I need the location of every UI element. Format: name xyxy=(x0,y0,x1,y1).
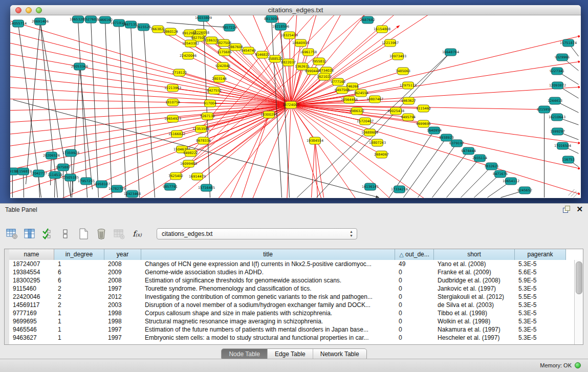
cell-short[interactable]: Nakamura et al. (1997) xyxy=(434,325,515,334)
graph-node-16914479[interactable]: 16914479 xyxy=(189,173,206,180)
graph-node-8454749[interactable]: 8454749 xyxy=(241,47,256,54)
graph-node-1114519[interactable]: 1114519 xyxy=(48,171,62,179)
cell-in_degree[interactable]: 6 xyxy=(54,268,104,276)
edge-black[interactable] xyxy=(167,23,230,28)
graph-node-9857791[interactable]: 9857791 xyxy=(163,183,178,190)
select-all-checks-icon[interactable] xyxy=(41,227,54,240)
edge-red[interactable] xyxy=(10,99,291,105)
cell-short[interactable]: Tibbo et al. (1998) xyxy=(434,309,515,317)
cell-out_degree[interactable]: 0 xyxy=(395,309,434,317)
cell-out_degree[interactable]: 0 xyxy=(395,276,434,285)
graph-node-2803144[interactable]: 2803144 xyxy=(212,75,227,82)
cell-out_degree[interactable]: 0 xyxy=(395,293,434,301)
cell-pagerank[interactable]: 5.3E-5 xyxy=(515,301,566,309)
graph-node-2935114[interactable]: 2935114 xyxy=(472,155,487,162)
cell-short[interactable]: Wolkin et al. (1998) xyxy=(434,317,515,325)
tab-network-table[interactable]: Network Table xyxy=(313,349,366,360)
graph-node-9329966[interactable]: 9329966 xyxy=(555,54,570,61)
edge-black[interactable] xyxy=(447,158,480,198)
edge-black[interactable] xyxy=(461,166,492,198)
graph-node-9227341[interactable]: 9227341 xyxy=(550,68,564,75)
cell-pagerank[interactable]: 5.5E-5 xyxy=(515,293,566,301)
cell-out_degree[interactable]: 0 xyxy=(395,317,434,325)
graph-node-9495794[interactable]: 9495794 xyxy=(401,114,416,121)
edge-red[interactable] xyxy=(291,105,359,198)
cell-in_degree[interactable]: 6 xyxy=(54,276,104,285)
graph-node-2687682[interactable]: 2687682 xyxy=(360,16,375,24)
cell-title[interactable]: Embryonic stem cells: a model to study s… xyxy=(141,334,395,342)
graph-node-20691406[interactable]: 20691406 xyxy=(32,18,49,25)
cell-title[interactable]: Structural magnetic resonance image aver… xyxy=(141,317,395,325)
edge-black[interactable] xyxy=(78,19,88,198)
close-panel-icon[interactable]: ✕ xyxy=(576,206,583,213)
show-columns-icon[interactable] xyxy=(23,227,36,240)
graph-node-3624554[interactable]: 3624554 xyxy=(354,90,368,97)
edge-red[interactable] xyxy=(291,105,580,169)
graph-node-1621022[interactable]: 1621022 xyxy=(317,73,332,80)
graph-node-8427552[interactable]: 8427552 xyxy=(207,87,222,94)
graph-node-5498222[interactable]: 5498222 xyxy=(183,149,198,157)
edge-black[interactable] xyxy=(63,167,64,198)
cell-name[interactable]: 19384554 xyxy=(9,268,54,276)
graph-node-3175685[interactable]: 3175685 xyxy=(217,49,232,56)
graph-node-7615526[interactable]: 7615526 xyxy=(136,24,151,31)
graph-node-7832621[interactable]: 7832621 xyxy=(484,163,499,170)
edge-black[interactable] xyxy=(24,171,24,198)
cell-pagerank[interactable]: 5.9E-5 xyxy=(515,276,566,285)
graph-node-9699695[interactable]: 9699695 xyxy=(416,120,431,127)
graph-node-17016504[interactable]: 17016504 xyxy=(554,142,571,149)
cell-title[interactable]: Genome-wide association studies in ADHD. xyxy=(141,268,395,276)
graph-node-10654112[interactable]: 10654112 xyxy=(503,178,519,185)
cell-year[interactable]: 2003 xyxy=(104,301,141,309)
graph-node-8990443[interactable]: 8990443 xyxy=(305,68,320,75)
cell-title[interactable]: Disruption of a novel member of a sodium… xyxy=(141,301,395,309)
graph-node-1640954[interactable]: 1640954 xyxy=(427,127,442,134)
graph-node-16961758[interactable]: 16961758 xyxy=(300,49,317,56)
table-row[interactable]: 1872400712008Changes of HCN gene express… xyxy=(9,260,574,268)
graph-node-20053346[interactable]: 20053346 xyxy=(71,63,88,70)
table-selector-dropdown[interactable]: citations_edges.txt ▲▼ xyxy=(157,228,357,239)
edge-black[interactable] xyxy=(119,23,126,198)
network-canvas[interactable]: 1872400718300295193845547663822986012489… xyxy=(10,15,581,198)
graph-node-9463627[interactable]: 9463627 xyxy=(401,97,416,104)
edge-red[interactable] xyxy=(291,36,580,105)
cell-year[interactable]: 1997 xyxy=(104,334,141,342)
graph-node-7625402[interactable]: 7625402 xyxy=(168,172,183,180)
column-header-out_degree[interactable]: △ out_de... xyxy=(395,249,434,260)
cell-in_degree[interactable]: 1 xyxy=(54,309,104,317)
cell-pagerank[interactable]: 5.3E-5 xyxy=(515,334,566,342)
cell-in_degree[interactable]: 1 xyxy=(54,334,104,342)
column-header-year[interactable]: year xyxy=(104,249,141,260)
graph-node-16958107[interactable]: 16958107 xyxy=(93,181,110,188)
edge-black[interactable] xyxy=(432,151,469,198)
column-header-in_degree[interactable]: in_degree xyxy=(54,249,104,260)
graph-node-8471676[interactable]: 8471676 xyxy=(493,170,508,178)
cell-title[interactable]: Tourette syndrome. Phenomenology and cla… xyxy=(141,285,395,293)
cell-out_degree[interactable]: 0 xyxy=(395,285,434,293)
cell-pagerank[interactable]: 5.3E-5 xyxy=(515,325,566,334)
graph-node-6497568[interactable]: 6497568 xyxy=(335,86,350,94)
edge-black[interactable] xyxy=(144,27,155,198)
tab-edge-table[interactable]: Edge Table xyxy=(268,349,313,360)
cell-pagerank[interactable]: 5.3E-5 xyxy=(515,260,566,268)
float-panel-icon[interactable] xyxy=(563,206,570,213)
cell-name[interactable]: 18724007 xyxy=(9,260,54,268)
cell-year[interactable]: 2008 xyxy=(104,276,141,285)
column-header-name[interactable]: name xyxy=(9,249,54,260)
cell-in_degree[interactable]: 1 xyxy=(54,325,104,334)
edge-red[interactable] xyxy=(291,105,580,194)
graph-node-8215958[interactable]: 8215958 xyxy=(537,106,552,113)
cell-short[interactable]: Hescheler et al. (1997) xyxy=(434,334,515,342)
table-row[interactable]: 911546021997Tourette syndrome. Phenomeno… xyxy=(9,285,574,293)
graph-node-15720407[interactable]: 15720407 xyxy=(357,118,374,125)
window-titlebar[interactable]: citations_edges.txt xyxy=(10,5,581,15)
graph-node-1244413[interactable]: 1244413 xyxy=(548,97,562,104)
cell-in_degree[interactable]: 2 xyxy=(54,301,104,309)
column-header-pagerank[interactable]: pagerank xyxy=(515,249,566,260)
graph-node-17957255[interactable]: 17957255 xyxy=(78,178,95,185)
graph-node-14055714[interactable]: 14055714 xyxy=(10,20,27,27)
cell-out_degree[interactable]: 0 xyxy=(395,325,434,334)
graph-node-9242848[interactable]: 9242848 xyxy=(215,62,230,70)
edge-black[interactable] xyxy=(26,21,40,184)
edge-red[interactable] xyxy=(10,105,291,172)
